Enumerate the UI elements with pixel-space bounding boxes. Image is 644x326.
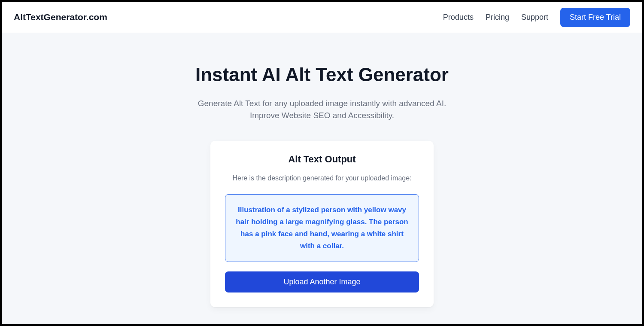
brand-logo[interactable]: AltTextGenerator.com (14, 12, 107, 22)
hero-section: Instant AI Alt Text Generator Generate A… (2, 33, 642, 324)
card-subtitle: Here is the description generated for yo… (232, 174, 411, 182)
hero-title: Instant AI Alt Text Generator (195, 64, 449, 86)
alt-text-output: Illustration of a stylized person with y… (234, 204, 410, 252)
nav-right: Products Pricing Support Start Free Tria… (443, 8, 630, 27)
card-title: Alt Text Output (288, 154, 355, 165)
nav-link-support[interactable]: Support (521, 13, 548, 22)
alt-text-output-box: Illustration of a stylized person with y… (225, 194, 419, 262)
upload-another-image-button[interactable]: Upload Another Image (225, 271, 419, 292)
nav-link-pricing[interactable]: Pricing (486, 13, 509, 22)
hero-subtitle: Generate Alt Text for any uploaded image… (185, 97, 459, 122)
start-free-trial-button[interactable]: Start Free Trial (560, 8, 630, 27)
navbar: AltTextGenerator.com Products Pricing Su… (2, 2, 642, 33)
output-card: Alt Text Output Here is the description … (210, 141, 434, 307)
nav-link-products[interactable]: Products (443, 13, 474, 22)
